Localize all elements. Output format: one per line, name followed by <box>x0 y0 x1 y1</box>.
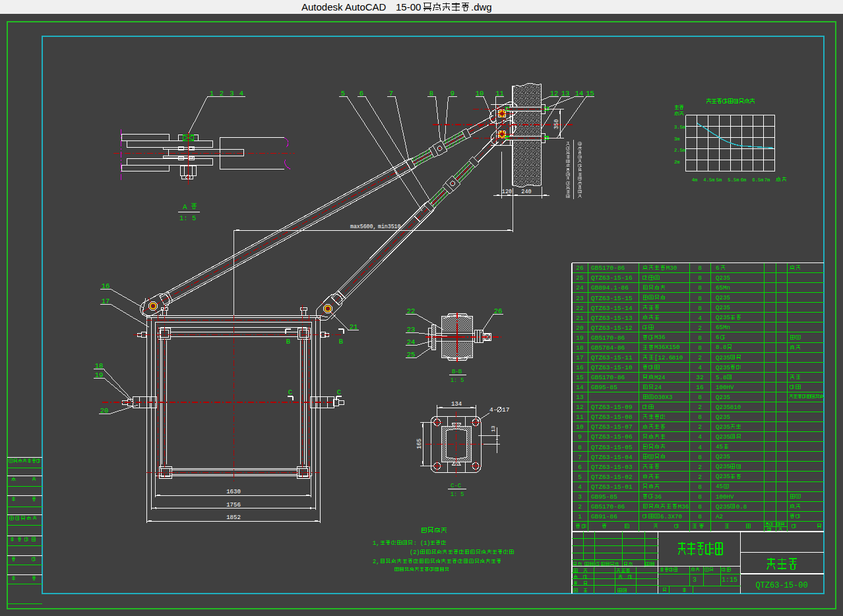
svg-text:5: 5 <box>578 474 582 481</box>
svg-text:17: 17 <box>502 406 509 414</box>
svg-text:11: 11 <box>576 414 584 421</box>
svg-text:Q235: Q235 <box>716 414 730 421</box>
svg-text:C-C: C-C <box>451 483 462 489</box>
svg-text:Q235: Q235 <box>716 294 730 301</box>
svg-text:Q235: Q235 <box>716 453 730 460</box>
svg-text:QTZ63-15-06: QTZ63-15-06 <box>591 433 633 441</box>
svg-text:4: 4 <box>578 483 582 491</box>
svg-text:8: 8 <box>698 264 702 272</box>
svg-text:26: 26 <box>576 264 584 272</box>
svg-text:810: 810 <box>730 404 741 411</box>
svg-text:1:15: 1:15 <box>722 576 737 584</box>
svg-text:M30: M30 <box>666 264 677 272</box>
svg-text:2.5m: 2.5m <box>674 148 685 153</box>
svg-text:3m: 3m <box>674 137 680 142</box>
svg-text:4: 4 <box>698 433 702 441</box>
svg-text:GB5170-86: GB5170-86 <box>591 374 625 381</box>
svg-text:[12.6: [12.6 <box>654 354 673 361</box>
svg-text:134: 134 <box>451 401 462 408</box>
svg-text:5.5m: 5.5m <box>728 177 739 183</box>
svg-text:C: C <box>337 388 341 396</box>
svg-text:45: 45 <box>716 483 723 490</box>
svg-text:A2: A2 <box>716 513 723 520</box>
svg-text:5.8: 5.8 <box>716 374 727 381</box>
svg-text:8: 8 <box>698 394 702 401</box>
svg-text:C: C <box>288 388 292 396</box>
svg-text:2: 2 <box>698 324 702 332</box>
svg-text:13: 13 <box>576 394 584 401</box>
svg-text:GB894.1-86: GB894.1-86 <box>591 284 629 292</box>
svg-text:6: 6 <box>578 464 582 471</box>
svg-text:15-00: 15-00 <box>396 1 421 13</box>
svg-text:B-B: B-B <box>452 369 462 375</box>
svg-text:QTZ63-15-04: QTZ63-15-04 <box>591 454 633 461</box>
svg-text:120: 120 <box>502 189 512 195</box>
svg-text:19: 19 <box>576 334 584 342</box>
svg-text:6.5m: 6.5m <box>752 177 763 183</box>
svg-text:2: 2 <box>578 503 582 510</box>
svg-text:QTZ63-15-14: QTZ63-15-14 <box>591 305 633 312</box>
svg-text:GB91-86: GB91-86 <box>591 513 617 520</box>
svg-text:A: A <box>183 203 187 211</box>
svg-text:1630: 1630 <box>226 489 241 495</box>
svg-text:9: 9 <box>578 433 582 441</box>
svg-text:6: 6 <box>716 334 720 341</box>
svg-text:QTZ63-15-13: QTZ63-15-13 <box>591 315 633 322</box>
svg-text:QTZ63-15-10: QTZ63-15-10 <box>591 364 633 371</box>
svg-text:QTZ63-15-00: QTZ63-15-00 <box>755 581 807 590</box>
svg-text:18: 18 <box>576 344 584 352</box>
svg-text:1852: 1852 <box>226 514 241 521</box>
svg-text:Q235: Q235 <box>716 364 730 371</box>
svg-text:4: 4 <box>698 444 702 451</box>
svg-text:2: 2 <box>698 423 702 431</box>
svg-text:Q235: Q235 <box>716 423 730 431</box>
svg-text:350: 350 <box>553 119 560 129</box>
svg-text:Q235: Q235 <box>716 354 730 361</box>
svg-text:21: 21 <box>576 315 584 322</box>
svg-text:5m: 5m <box>716 177 722 183</box>
svg-text:6m: 6m <box>741 177 747 183</box>
svg-text:2,: 2, <box>373 559 379 565</box>
svg-text:12: 12 <box>576 404 584 411</box>
svg-text:3: 3 <box>578 493 582 501</box>
svg-text:(2): (2) <box>410 549 420 556</box>
svg-text:Q235: Q235 <box>716 304 730 311</box>
svg-text:8: 8 <box>698 295 702 302</box>
svg-text:Q235: Q235 <box>716 433 730 441</box>
svg-text:QTZ63-15-11: QTZ63-15-11 <box>591 354 633 361</box>
svg-text:8: 8 <box>698 513 702 520</box>
svg-text:Q235: Q235 <box>716 314 730 321</box>
svg-text:8: 8 <box>698 274 702 282</box>
svg-text:QTZ63-15-08: QTZ63-15-08 <box>591 414 633 421</box>
svg-text:22: 22 <box>576 305 584 312</box>
svg-text:6.3X70: 6.3X70 <box>660 513 682 520</box>
svg-text:Q235: Q235 <box>716 404 730 411</box>
svg-text:240: 240 <box>521 189 531 195</box>
svg-text:: (1): : (1) <box>414 540 431 547</box>
svg-text:GB5170-86: GB5170-86 <box>591 264 625 272</box>
svg-text:65Mn: 65Mn <box>716 284 730 292</box>
svg-text:1: 5: 1: 5 <box>451 491 464 498</box>
svg-text:32: 32 <box>696 374 704 381</box>
svg-text:M36: M36 <box>678 503 689 510</box>
svg-text:8.8: 8.8 <box>716 344 727 351</box>
svg-text:6: 6 <box>716 264 720 272</box>
svg-text:8: 8 <box>698 305 702 312</box>
svg-text:QTZ63-15-07: QTZ63-15-07 <box>591 423 633 431</box>
svg-text:QTZ63-15-01: QTZ63-15-01 <box>591 483 633 491</box>
svg-text:O30X3: O30X3 <box>654 394 673 401</box>
svg-text:4-: 4- <box>489 406 497 414</box>
svg-text:4.5m: 4.5m <box>703 177 714 183</box>
svg-text:23: 23 <box>576 295 584 302</box>
svg-text:8: 8 <box>698 414 702 421</box>
svg-text:GB95-85: GB95-85 <box>591 384 617 391</box>
svg-text:1,: 1, <box>373 540 379 547</box>
svg-text:M24: M24 <box>654 374 666 381</box>
svg-text:24: 24 <box>576 284 584 292</box>
svg-text:QTZ63-15-15: QTZ63-15-15 <box>591 295 633 302</box>
svg-text:8: 8 <box>698 344 702 352</box>
svg-text:min3510: min3510 <box>378 224 400 230</box>
svg-text:16: 16 <box>696 384 704 391</box>
svg-text:1: 5: 1: 5 <box>179 214 196 222</box>
svg-text:2m: 2m <box>674 160 680 165</box>
